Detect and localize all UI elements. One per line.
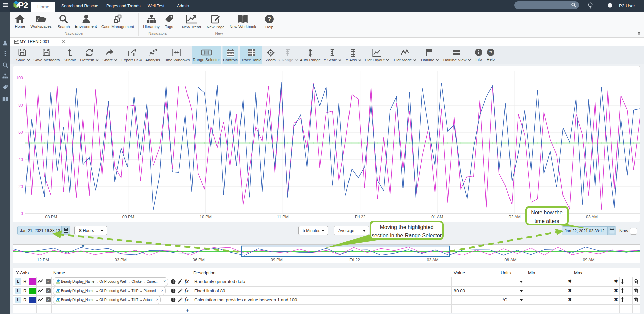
svg-text:Fri 22: Fri 22 bbox=[349, 258, 360, 262]
svg-text:03 PM: 03 PM bbox=[115, 258, 127, 262]
svg-text:100: 100 bbox=[16, 76, 23, 80]
svg-text:Fri 22: Fri 22 bbox=[355, 215, 366, 219]
svg-text:11 PM: 11 PM bbox=[277, 215, 289, 219]
svg-text:40: 40 bbox=[18, 157, 23, 162]
svg-text:06 PM: 06 PM bbox=[193, 258, 205, 262]
svg-text:02 AM: 02 AM bbox=[509, 215, 521, 219]
svg-text:20: 20 bbox=[18, 184, 23, 189]
svg-text:03 AM: 03 AM bbox=[586, 215, 598, 219]
svg-text:09 PM: 09 PM bbox=[122, 215, 135, 219]
svg-text:01 AM: 01 AM bbox=[431, 215, 443, 219]
svg-text:?: ? bbox=[268, 16, 271, 22]
svg-text:03 AM: 03 AM bbox=[427, 258, 438, 262]
svg-text:?: ? bbox=[489, 50, 492, 55]
svg-text:P2: P2 bbox=[19, 1, 28, 10]
svg-text:10 PM: 10 PM bbox=[200, 215, 212, 219]
svg-text:0: 0 bbox=[21, 211, 23, 216]
svg-text:09 PM: 09 PM bbox=[271, 258, 283, 262]
svg-text:60: 60 bbox=[18, 130, 23, 135]
svg-text:08 PM: 08 PM bbox=[45, 215, 57, 219]
svg-text:09 AM: 09 AM bbox=[583, 258, 594, 262]
svg-text:06 AM: 06 AM bbox=[504, 258, 516, 262]
svg-text:80: 80 bbox=[18, 103, 23, 108]
svg-text:12 PM: 12 PM bbox=[37, 258, 49, 262]
